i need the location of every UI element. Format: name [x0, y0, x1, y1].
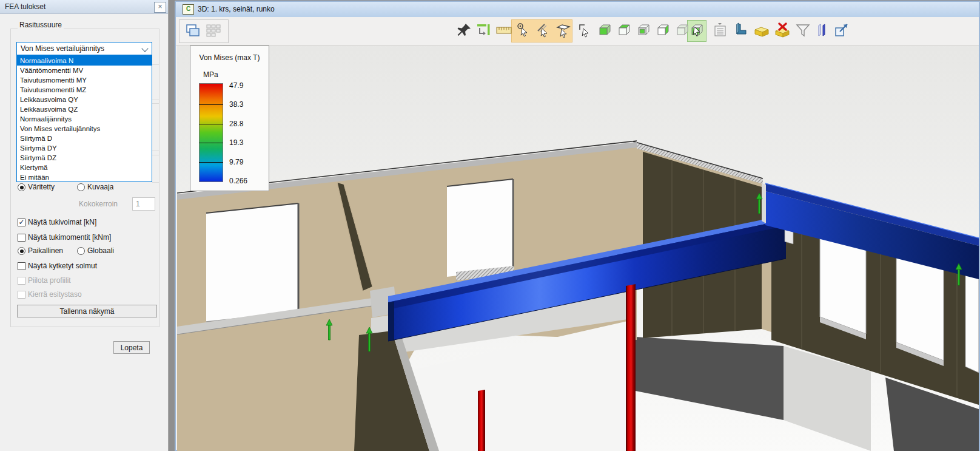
stress-legend: Von Mises (max T) MPa 47.938.328.819.39.… — [190, 46, 269, 191]
legend-unit: MPa — [203, 70, 218, 79]
legend-tick-line — [199, 104, 223, 105]
material-box-icon[interactable] — [753, 22, 770, 39]
dropdown-item[interactable]: Normaalivoima N — [17, 56, 152, 66]
legend-value: 38.3 — [229, 100, 243, 109]
window-opening — [206, 203, 298, 322]
viewer-titlebar: C 3D: 1. krs, seinät, runko — [176, 2, 979, 18]
radio-local[interactable] — [18, 247, 25, 255]
shade-front-icon[interactable] — [636, 22, 653, 39]
dropdown-item[interactable]: Taivutusmomentti MY — [17, 75, 152, 85]
viewer-window: C 3D: 1. krs, seinät, runko — [175, 1, 980, 451]
ruler-icon[interactable] — [495, 22, 512, 39]
shade-side-icon[interactable] — [655, 22, 672, 39]
panels-icon[interactable] — [814, 22, 831, 39]
dropdown-item[interactable]: Leikkausvoima QY — [17, 95, 152, 104]
legend-tick-line — [199, 162, 223, 163]
dropdown-item[interactable]: Kiertymä — [17, 163, 152, 172]
3d-scene — [177, 46, 979, 451]
radio-colored[interactable] — [18, 183, 25, 191]
dropdown-item[interactable]: Leikkausvoima QZ — [17, 104, 152, 114]
stress-quantity-combobox[interactable]: Von Mises vertailujännitys — [16, 42, 152, 55]
snap-face-icon[interactable] — [555, 22, 572, 39]
dropdown-item[interactable]: Siirtymä DY — [17, 143, 152, 153]
legend-tick-line — [199, 143, 223, 143]
shade-solid-icon[interactable] — [597, 22, 614, 39]
legend-value: 47.9 — [229, 81, 243, 90]
dropdown-item[interactable]: Siirtymä DZ — [17, 153, 152, 163]
stress-column — [626, 284, 636, 451]
viewer-window-title: 3D: 1. krs, seinät, runko — [198, 5, 275, 13]
scale-factor-label: Kokokerroin — [79, 200, 118, 208]
radio-global-label: Globaali — [87, 246, 114, 255]
hidden-groupbox-fragment — [152, 155, 159, 183]
snap-point-icon[interactable] — [515, 22, 532, 39]
measure-move-icon[interactable] — [475, 22, 492, 39]
dropdown-item[interactable]: Ei mitään — [17, 172, 152, 182]
legend-value: 28.8 — [229, 120, 243, 128]
fea-results-dialog: FEA tulokset × Rasitussuure Von Mises ve… — [0, 0, 169, 451]
radio-graph-label: Kuvaaja — [87, 183, 113, 191]
viewer-window-icon: C — [183, 4, 194, 15]
drawing-list-icon[interactable] — [712, 22, 729, 39]
window-arrange-group — [179, 19, 229, 43]
pin-icon[interactable] — [456, 22, 473, 39]
hidden-groupbox-fragment — [152, 103, 159, 151]
steel-profile-icon[interactable] — [733, 22, 750, 39]
radio-graph[interactable] — [77, 183, 85, 191]
close-icon[interactable]: × — [154, 2, 166, 13]
dialog-title: FEA tulokset — [5, 2, 45, 11]
save-view-button[interactable]: Tallenna näkymä — [17, 305, 157, 317]
stress-quantity-dropdown[interactable]: Normaalivoima NVääntömomentti MVTaivutus… — [16, 55, 152, 182]
dropdown-item[interactable]: Von Mises vertailujännitys — [17, 124, 152, 134]
snap-line-icon[interactable] — [535, 22, 552, 39]
legend-color-bar — [199, 83, 223, 182]
stress-group-label: Rasitussuure — [18, 21, 64, 29]
pick-solid-icon[interactable] — [689, 22, 706, 39]
dialog-titlebar: FEA tulokset × — [0, 0, 168, 14]
delete-box-icon[interactable] — [774, 22, 791, 39]
3d-viewport[interactable]: Von Mises (max T) MPa 47.938.328.819.39.… — [177, 46, 979, 451]
legend-value: 19.3 — [229, 138, 243, 147]
radio-local-label: Paikallinen — [28, 246, 63, 255]
radio-colored-label: Väritetty — [28, 183, 55, 191]
dropdown-item[interactable]: Taivutusmomentti MZ — [17, 85, 152, 95]
export-view-icon[interactable] — [833, 22, 850, 39]
chevron-down-icon — [143, 46, 147, 51]
legend-tick-line — [199, 124, 223, 124]
dropdown-item[interactable]: Vääntömomentti MV — [17, 66, 152, 75]
legend-value: 9.79 — [229, 158, 243, 166]
dropdown-item[interactable]: Normaalijännitys — [17, 114, 152, 124]
tile-windows-icon[interactable] — [205, 22, 222, 39]
viewer-toolbar — [176, 17, 979, 46]
hidden-groupbox-fragment — [152, 64, 159, 100]
quit-button[interactable]: Lopeta — [113, 341, 150, 354]
legend-title: Von Mises (max T) — [190, 53, 269, 62]
window-opening — [447, 179, 513, 277]
cascade-windows-icon[interactable] — [184, 22, 201, 39]
stress-column-far — [478, 390, 485, 451]
combobox-value: Von Mises vertailujännitys — [21, 44, 104, 53]
dropdown-item[interactable]: Siirtymä D — [17, 134, 152, 143]
scale-factor-input[interactable]: 1 — [132, 197, 155, 211]
radio-global[interactable] — [77, 247, 85, 255]
legend-value: 0.266 — [229, 177, 247, 185]
filter-icon[interactable] — [794, 22, 811, 39]
shade-top-icon[interactable] — [616, 22, 633, 39]
snap-edge-icon[interactable] — [576, 22, 593, 39]
